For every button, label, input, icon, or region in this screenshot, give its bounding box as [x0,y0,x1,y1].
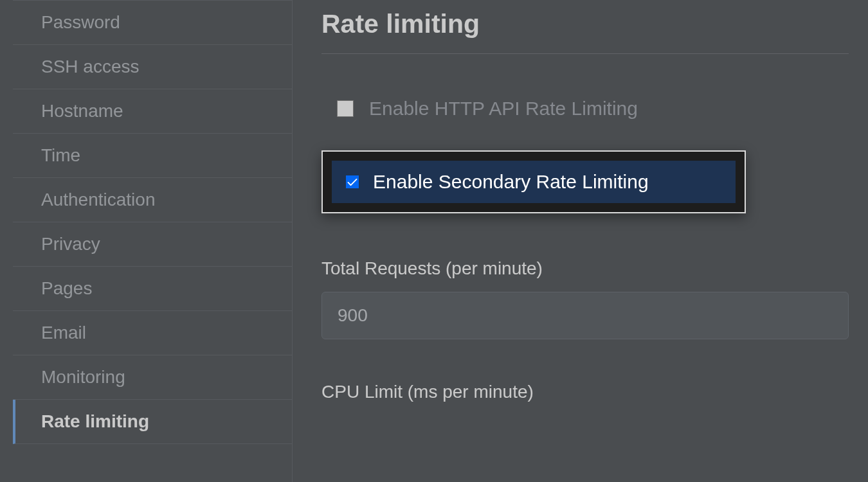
total-requests-input[interactable] [321,292,849,339]
sidebar-item-pages[interactable]: Pages [13,267,292,311]
enable-http-api-rate-limiting-row[interactable]: Enable HTTP API Rate Limiting [321,93,849,125]
sidebar-item-monitoring[interactable]: Monitoring [13,355,292,400]
main-content: Rate limiting Enable HTTP API Rate Limit… [293,0,868,482]
enable-http-api-rate-limiting-label: Enable HTTP API Rate Limiting [369,98,638,120]
enable-http-api-rate-limiting-checkbox[interactable] [337,100,354,117]
page-title: Rate limiting [321,0,849,54]
sidebar-item-hostname[interactable]: Hostname [13,89,292,134]
total-requests-label: Total Requests (per minute) [321,258,849,279]
secondary-rate-limiting-highlight: Enable Secondary Rate Limiting [321,150,849,213]
cpu-limit-field: CPU Limit (ms per minute) [321,382,849,402]
enable-secondary-rate-limiting-label: Enable Secondary Rate Limiting [373,171,649,193]
checkmark-icon [346,175,359,188]
enable-secondary-rate-limiting-checkbox[interactable] [346,175,359,188]
sidebar-item-ssh-access[interactable]: SSH access [13,45,292,89]
sidebar-item-password[interactable]: Password [13,0,292,45]
cpu-limit-label: CPU Limit (ms per minute) [321,382,849,402]
sidebar-item-email[interactable]: Email [13,311,292,355]
settings-sidebar: Password SSH access Hostname Time Authen… [0,0,293,482]
enable-secondary-rate-limiting-row[interactable]: Enable Secondary Rate Limiting [332,161,736,203]
sidebar-item-authentication[interactable]: Authentication [13,178,292,222]
sidebar-item-rate-limiting[interactable]: Rate limiting [13,400,292,444]
sidebar-item-privacy[interactable]: Privacy [13,222,292,267]
total-requests-field: Total Requests (per minute) [321,258,849,339]
sidebar-item-time[interactable]: Time [13,134,292,178]
